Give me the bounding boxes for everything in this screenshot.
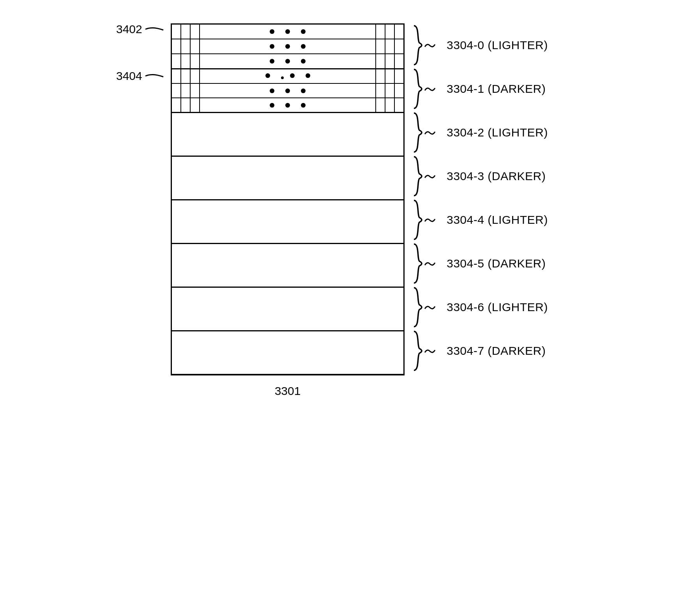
bracket-label-text: 3304-7 (DARKER) [447,344,546,358]
col-cell [181,98,191,112]
col-cell [172,69,181,83]
col-cell [172,84,181,97]
col-cell [181,25,191,39]
side-cols-right [375,69,403,83]
bracket-label-3304-0: 3304-0 (LIGHTER) [412,23,548,67]
col-cell [172,39,181,53]
tilde-icon [424,170,436,183]
bracket-label-text: 3304-4 (LIGHTER) [447,213,548,227]
band-row [172,83,403,97]
leader-line-icon [145,25,164,33]
dot-icon [270,103,274,108]
band-row [172,39,403,53]
band-3304-1 [172,68,403,112]
dot-icon [285,29,290,34]
side-cols-right [375,84,403,97]
bracket-label-3304-4: 3304-4 (LIGHTER) [412,198,548,242]
col-cell [385,39,394,53]
band-3304-4 [172,199,403,243]
right-brace-icon [412,154,424,198]
dot-icon [301,44,306,49]
dot-row [172,44,403,49]
tilde-icon [424,39,436,52]
dot-icon [270,29,274,34]
dot-icon [265,73,270,78]
side-cols-left [172,84,200,97]
tilde-icon [424,344,436,358]
col-cell [191,69,200,83]
leader-line-icon [145,72,164,80]
col-cell [394,69,403,83]
side-cols-right [375,98,403,112]
dot-icon [285,88,290,93]
band-3304-3 [172,156,403,199]
band-row [172,25,403,39]
dot-icon [301,29,306,34]
col-cell [181,39,191,53]
stray-dot-icon [281,76,284,79]
tilde-icon [424,82,436,96]
col-cell [385,98,394,112]
band-row [172,53,403,68]
dot-icon [285,103,290,108]
dot-icon [285,59,290,64]
bracket-label-3304-2: 3304-2 (LIGHTER) [412,111,548,154]
dot-icon [301,103,306,108]
col-cell [172,98,181,112]
side-cols-left [172,54,200,68]
band-3304-2 [172,112,403,156]
col-cell [375,54,385,68]
col-cell [181,69,191,83]
col-cell [385,54,394,68]
col-cell [385,25,394,39]
col-cell [394,39,403,53]
bracket-label-text: 3304-1 (DARKER) [447,82,546,96]
band-3304-7 [172,330,403,374]
side-cols-right [375,54,403,68]
dot-row [172,59,403,64]
bracket-label-3304-1: 3304-1 (DARKER) [412,67,548,111]
band-3304-6 [172,287,403,330]
dot-icon [285,44,290,49]
col-cell [394,25,403,39]
dot-row [172,103,403,108]
dot-icon [301,88,306,93]
dot-row [172,88,403,93]
col-cell [181,54,191,68]
right-brace-icon [412,23,424,67]
col-cell [191,98,200,112]
bracket-label-3304-5: 3304-5 (DARKER) [412,242,548,285]
dot-icon [270,88,274,93]
col-cell [172,25,181,39]
col-cell [191,84,200,97]
dot-row [172,29,403,34]
right-brace-icon [412,67,424,111]
side-cols-right [375,25,403,39]
side-cols-left [172,69,200,83]
col-cell [394,98,403,112]
dot-row [172,73,403,79]
col-cell [191,54,200,68]
col-cell [375,84,385,97]
col-cell [191,25,200,39]
callout-3404: 3404 [116,69,164,83]
bracket-label-3304-3: 3304-3 (DARKER) [412,154,548,198]
col-cell [375,25,385,39]
right-brace-icon [412,198,424,242]
band-row [172,69,403,83]
dot-icon [270,59,274,64]
bracket-label-text: 3304-6 (LIGHTER) [447,301,548,314]
col-cell [375,69,385,83]
tilde-icon [424,126,436,139]
side-cols-right [375,39,403,53]
col-cell [385,69,394,83]
callout-3402: 3402 [116,23,164,36]
tilde-icon [424,301,436,314]
side-cols-left [172,25,200,39]
bracket-label-text: 3304-0 (LIGHTER) [447,39,548,52]
right-brace-icon [412,285,424,329]
dot-icon [290,73,295,78]
bracket-label-3304-7: 3304-7 (DARKER) [412,329,548,373]
right-brace-icon [412,242,424,285]
col-cell [172,54,181,68]
